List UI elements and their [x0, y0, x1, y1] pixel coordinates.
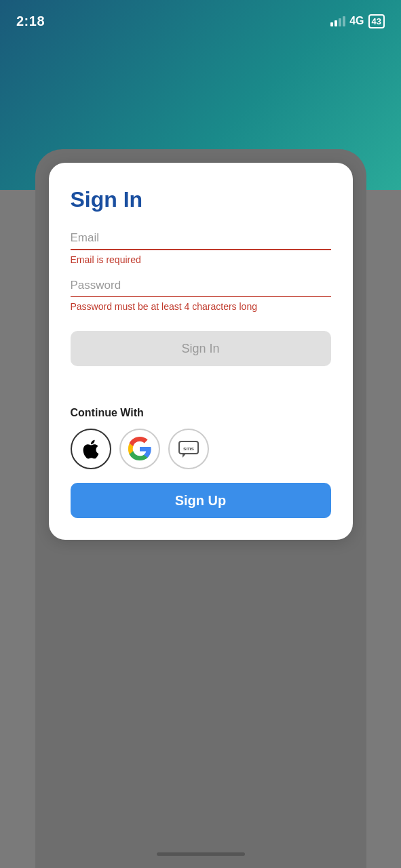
signal-bar-4: [343, 16, 345, 26]
password-label: Password: [71, 279, 331, 292]
password-error: Password must be at least 4 characters l…: [71, 301, 331, 312]
network-label: 4G: [349, 15, 364, 27]
card-wrapper: Sign In Email Email is required Password…: [35, 149, 366, 868]
email-form-group: Email Email is required: [71, 231, 331, 265]
password-form-group: Password Password must be at least 4 cha…: [71, 279, 331, 313]
email-underline: [71, 249, 331, 250]
home-indicator: [157, 852, 245, 856]
svg-text:sms: sms: [183, 446, 194, 452]
signal-bar-2: [335, 20, 337, 26]
sign-in-button[interactable]: Sign In: [71, 331, 331, 366]
email-label: Email: [71, 231, 331, 245]
battery-level: 43: [372, 17, 381, 26]
status-right: 4G 43: [330, 14, 385, 28]
password-underline: [71, 296, 331, 298]
social-icons-row: sms: [71, 429, 331, 469]
battery-indicator: 43: [368, 14, 385, 28]
status-bar: 2:18 4G 43: [0, 0, 401, 34]
apple-logo-icon: [80, 438, 102, 460]
page-title: Sign In: [71, 187, 331, 212]
google-sign-in-button[interactable]: [119, 429, 160, 469]
sms-icon: sms: [176, 437, 201, 461]
status-time: 2:18: [16, 14, 45, 29]
sign-in-card: Sign In Email Email is required Password…: [49, 163, 353, 540]
sms-sign-in-button[interactable]: sms: [168, 429, 209, 469]
signal-bar-3: [339, 18, 341, 26]
sign-up-button[interactable]: Sign Up: [71, 483, 331, 518]
signal-bars-icon: [330, 16, 345, 26]
continue-with-label: Continue With: [71, 407, 331, 419]
email-error: Email is required: [71, 254, 331, 265]
apple-sign-in-button[interactable]: [71, 429, 111, 469]
signal-bar-1: [330, 22, 333, 26]
google-logo-icon: [128, 437, 152, 461]
